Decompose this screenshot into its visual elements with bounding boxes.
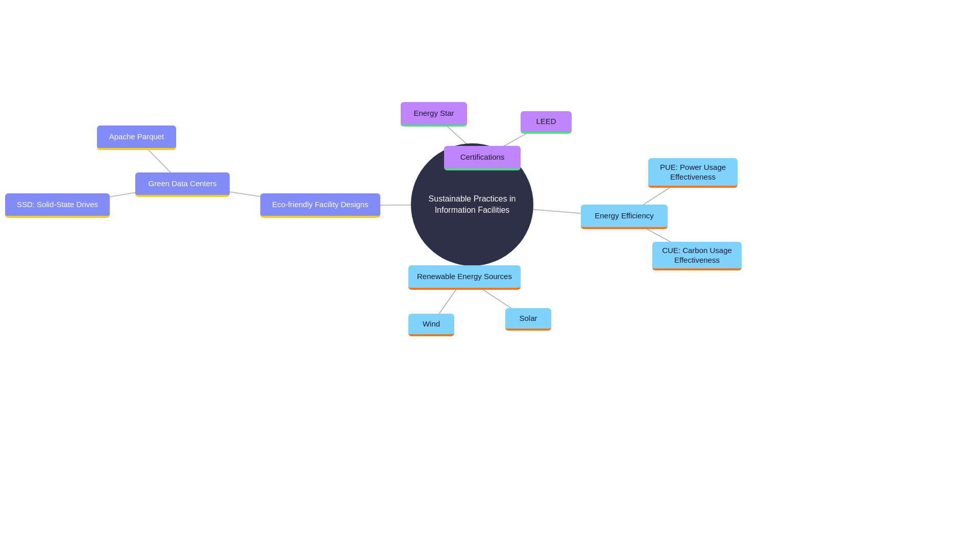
- center-label: Sustainable Practices in Information Fac…: [421, 193, 523, 216]
- node-pue[interactable]: PUE: Power Usage Effectiveness: [648, 158, 738, 188]
- node-label-energy_efficiency: Energy Efficiency: [595, 211, 654, 221]
- node-label-certifications: Certifications: [460, 152, 505, 162]
- node-label-cue: CUE: Carbon Usage Effectiveness: [656, 245, 738, 265]
- node-label-apache_parquet: Apache Parquet: [109, 132, 164, 142]
- node-eco_friendly[interactable]: Eco-friendly Facility Designs: [260, 193, 380, 218]
- node-label-ssd: SSD: Solid-State Drives: [17, 199, 98, 210]
- node-renewable[interactable]: Renewable Energy Sources: [408, 265, 521, 290]
- node-label-pue: PUE: Power Usage Effectiveness: [652, 162, 733, 182]
- node-cue[interactable]: CUE: Carbon Usage Effectiveness: [652, 242, 742, 270]
- node-label-leed: LEED: [536, 116, 556, 127]
- node-label-renewable: Renewable Energy Sources: [417, 271, 512, 282]
- node-energy_efficiency[interactable]: Energy Efficiency: [581, 205, 668, 229]
- node-solar[interactable]: Solar: [505, 308, 551, 331]
- node-ssd[interactable]: SSD: Solid-State Drives: [5, 193, 110, 218]
- node-label-green_dc: Green Data Centers: [148, 179, 216, 189]
- node-label-wind: Wind: [423, 319, 440, 329]
- node-energy_star[interactable]: Energy Star: [401, 102, 467, 127]
- node-apache_parquet[interactable]: Apache Parquet: [97, 126, 176, 150]
- node-wind[interactable]: Wind: [408, 314, 454, 336]
- node-label-solar: Solar: [519, 313, 537, 323]
- node-label-energy_star: Energy Star: [413, 108, 454, 118]
- node-label-eco_friendly: Eco-friendly Facility Designs: [272, 199, 368, 210]
- node-certifications[interactable]: Certifications: [444, 146, 521, 170]
- node-leed[interactable]: LEED: [521, 111, 572, 134]
- node-green_dc[interactable]: Green Data Centers: [135, 172, 230, 197]
